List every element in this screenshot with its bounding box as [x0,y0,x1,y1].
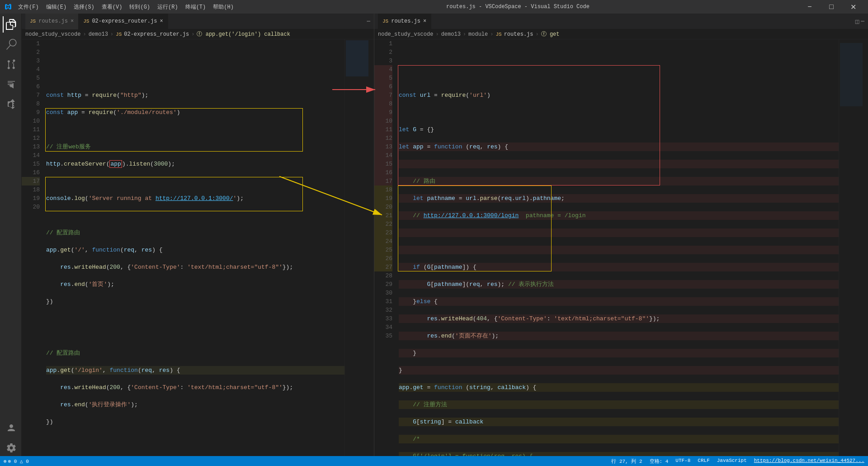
minimize-button[interactable]: − [799,0,820,14]
left-tabs: JS routes.js × JS 02-express_router.js × [25,14,367,29]
left-tab-routes[interactable]: JS routes.js × [25,14,79,29]
vscode-icon [5,3,12,10]
right-tab-routes-label: routes.js [391,18,420,24]
error-count[interactable]: ⊗ ⊗ 0 △ 0 [4,458,29,464]
more-actions-icon[interactable]: ⋯ [367,18,370,25]
spaces: 空格: 4 [650,458,669,465]
close-button[interactable]: ✕ [843,0,863,14]
right-tab-close[interactable]: × [423,18,426,24]
bc-node: node_study_vscode [25,31,80,38]
bc-js-icon: JS [116,32,122,37]
window-title: routes.js - VSCodeSpace - Visual Studio … [236,4,799,10]
line-col: 行 27, 列 2 [611,458,642,465]
right-code-area: 123 4 5 6 7 8 9 10 11 12 13 14 1 [374,39,868,456]
left-tab-router[interactable]: JS 02-express_router.js × [79,14,168,29]
language[interactable]: JavaScript [717,458,747,465]
left-panel-actions: ⋯ [367,18,370,25]
menu-goto[interactable]: 转到(G) [127,2,153,12]
left-breadcrumb: node_study_vscode › demo13 › JS 02-expre… [22,29,374,39]
right-panel-actions: ◫ ⋯ [855,18,864,25]
menu-bar[interactable]: 文件(F) 编辑(E) 选择(S) 查看(V) 转到(G) 运行(R) 终端(T… [15,2,236,12]
left-tab-routes-label: routes.js [38,18,68,24]
editor-split: JS routes.js × JS 02-express_router.js × [22,14,868,456]
bc2-demo13: demo13 [441,31,461,38]
bc2-file: routes.js [504,31,533,38]
right-tab-js-icon: JS [382,19,388,24]
window-controls[interactable]: − □ ✕ [799,0,863,14]
encoding: UTF-8 [675,458,690,465]
app-root: 文件(F) 编辑(E) 选择(S) 查看(V) 转到(G) 运行(R) 终端(T… [0,0,868,466]
menu-view[interactable]: 查看(V) [99,2,125,12]
menu-edit[interactable]: 编辑(E) [43,2,70,12]
left-tab-routes-close[interactable]: × [71,18,74,24]
line-ending: CRLF [698,458,709,465]
menu-run[interactable]: 运行(R) [155,2,181,12]
status-right: 行 27, 列 2 空格: 4 UTF-8 CRLF JavaScript ht… [611,458,864,465]
right-code: const url = require('url') let G = {} le… [399,91,839,456]
tab-js-icon: JS [30,19,36,24]
bc2-js-icon: JS [495,32,501,37]
bc2-module: module [468,31,488,38]
split-editor-icon[interactable]: ◫ [855,18,859,25]
left-tab-bar: JS routes.js × JS 02-express_router.js × [22,14,374,29]
left-editor-panel: JS routes.js × JS 02-express_router.js × [22,14,374,456]
right-line-numbers: 123 4 5 6 7 8 9 10 11 12 13 14 1 [374,39,397,456]
bc-demo13: demo13 [89,31,108,38]
left-minimap [344,39,374,456]
left-tab-router-close[interactable]: × [160,18,163,24]
account-icon[interactable] [3,420,19,436]
bc-file: 02-express_router.js [124,31,189,38]
tab-js-icon2: JS [83,19,89,24]
left-code: const http = require("http"); const app … [46,91,344,426]
error-count-label: ⊗ 0 △ 0 [8,458,29,464]
right-editor-panel: JS routes.js × ◫ ⋯ node_study_vscode [374,14,868,456]
extensions-icon[interactable] [3,96,19,112]
menu-terminal[interactable]: 终端(T) [183,2,209,12]
bc2-func-get: ⓕ get [541,30,560,38]
maximize-button[interactable]: □ [821,0,842,14]
menu-help[interactable]: 帮助(H) [210,2,236,12]
editor-area: JS routes.js × JS 02-express_router.js × [22,14,868,456]
right-breadcrumb: node_study_vscode › demo13 › module › JS… [374,29,868,39]
left-code-content: const http = require("http"); const app … [44,39,344,456]
url-link[interactable]: https://blog.csdn.net/weixin_44527... [754,458,864,465]
titlebar: 文件(F) 编辑(E) 选择(S) 查看(V) 转到(G) 运行(R) 终端(T… [0,0,868,14]
left-line-numbers: 123 456 789 101112 131415 1617 181920 [22,39,44,456]
right-code-content: const url = require('url') let G = {} le… [397,39,839,456]
more-actions-right-icon[interactable]: ⋯ [861,18,864,25]
right-tab-bar: JS routes.js × ◫ ⋯ [374,14,868,29]
settings-icon[interactable] [3,440,19,456]
source-control-icon[interactable] [3,56,19,72]
bc2-node: node_study_vscode [378,31,433,38]
right-tab-routes[interactable]: JS routes.js × [378,14,431,29]
bc-func-get: ⓕ app.get('/login') callback [197,30,290,38]
right-tabs: JS routes.js × [378,14,855,29]
explorer-icon[interactable] [3,16,19,33]
search-icon[interactable] [3,36,19,52]
menu-file[interactable]: 文件(F) [15,2,42,12]
run-icon[interactable] [3,76,19,92]
status-bar: ⊗ ⊗ 0 △ 0 行 27, 列 2 空格: 4 UTF-8 CRLF Jav… [0,456,868,466]
error-icon: ⊗ [4,458,7,464]
main-layout: JS routes.js × JS 02-express_router.js × [0,14,868,456]
titlebar-left: 文件(F) 编辑(E) 选择(S) 查看(V) 转到(G) 运行(R) 终端(T… [5,2,236,12]
left-code-area: 123 456 789 101112 131415 1617 181920 [22,39,374,456]
activity-bar [0,14,22,456]
menu-select[interactable]: 选择(S) [71,2,97,12]
right-minimap [839,39,868,456]
left-tab-router-label: 02-express_router.js [92,18,157,24]
